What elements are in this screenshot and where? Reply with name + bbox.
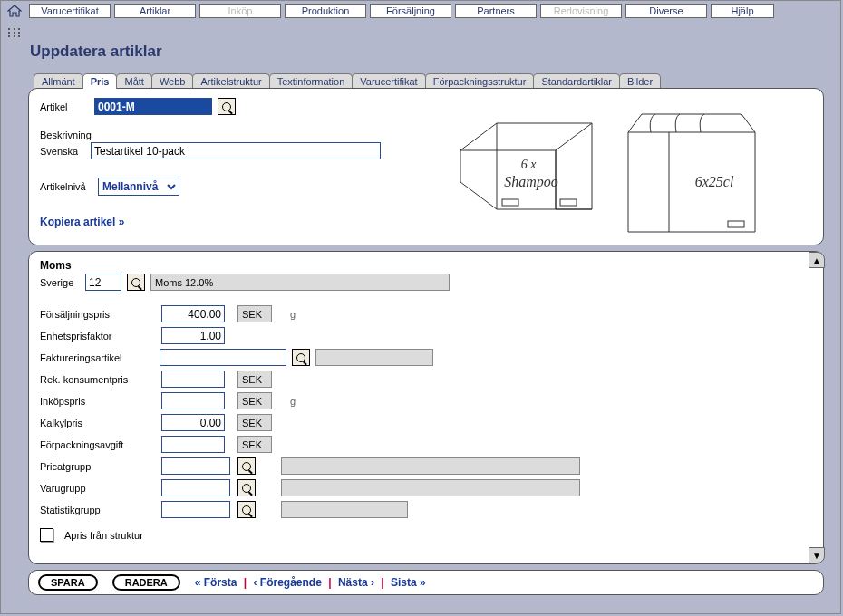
enhetsprisfaktor-label: Enhetsprisfaktor (40, 331, 158, 342)
tab-bar: Allmänt Pris Mått Webb Artikelstruktur T… (34, 73, 837, 89)
apris-checkbox[interactable] (40, 528, 53, 542)
inkop-unit-hint: g (290, 396, 308, 407)
grip-icon[interactable] (8, 28, 20, 37)
forsaljningspris-label: Försäljningspris (40, 309, 158, 320)
nav-prev-link[interactable]: ‹ Föregående (254, 576, 322, 589)
menu-partners[interactable]: Partners (455, 4, 537, 18)
pricat-label: Pricatgrupp (40, 461, 158, 472)
article-illustration: 6 x Shampoo 6x25cl (442, 96, 787, 241)
tab-matt[interactable]: Mått (116, 73, 151, 89)
artikelniva-label: Artikelnivå (40, 181, 92, 192)
menu-hjalp[interactable]: Hjälp (711, 4, 774, 18)
magnifier-icon (242, 484, 251, 493)
moms-section-title: Moms (40, 259, 812, 272)
record-nav: « Första | ‹ Föregående | Nästa › | Sist… (195, 576, 426, 589)
menu-forsaljning[interactable]: Försäljning (370, 4, 451, 18)
tab-textinformation[interactable]: Textinformation (269, 73, 354, 89)
menu-varucertifikat[interactable]: Varucertifikat (29, 4, 111, 18)
kalkyl-input[interactable] (161, 414, 225, 431)
varu-input[interactable] (161, 479, 230, 496)
rek-input[interactable] (161, 371, 225, 388)
magnifier-icon (242, 505, 251, 515)
nav-next-link[interactable]: Nästa › (338, 576, 374, 589)
faktureringsartikel-label: Faktureringsartikel (40, 352, 154, 363)
magnifier-icon (222, 102, 231, 111)
inkop-label: Inköpspris (40, 396, 158, 407)
moms-lookup-button[interactable] (127, 274, 145, 291)
magnifier-icon (242, 462, 251, 471)
tab-forpackningsstruktur[interactable]: Förpackningsstruktur (425, 73, 535, 89)
tab-allmant[interactable]: Allmänt (34, 73, 83, 89)
artikel-label: Artikel (40, 101, 89, 112)
varu-lookup-button[interactable] (237, 479, 256, 496)
stat-label: Statistikgrupp (40, 505, 158, 515)
varu-label: Varugrupp (40, 483, 158, 494)
menu-redovisning: Redovisning (540, 4, 622, 18)
pricat-display (281, 457, 580, 475)
menu-produktion[interactable]: Produktion (285, 4, 366, 18)
delete-button[interactable]: RADERA (112, 574, 180, 591)
enhetsprisfaktor-input[interactable] (161, 327, 225, 344)
left-gutter (3, 4, 25, 37)
nav-first-link[interactable]: « Första (195, 576, 237, 589)
tab-pris[interactable]: Pris (82, 73, 118, 89)
tab-standardartiklar[interactable]: Standardartiklar (533, 73, 620, 89)
rek-currency: SEK (237, 371, 272, 388)
stat-lookup-button[interactable] (237, 501, 256, 518)
nav-last-link[interactable]: Sista » (391, 576, 426, 589)
svenska-input[interactable] (91, 142, 381, 159)
box-text: 6 x (521, 158, 538, 171)
svg-rect-4 (728, 221, 744, 227)
stat-input[interactable] (161, 501, 230, 518)
forpack-currency: SEK (237, 436, 272, 453)
inkop-currency: SEK (237, 392, 272, 409)
forsaljningspris-input[interactable] (161, 305, 225, 322)
rek-label: Rek. konsumentpris (40, 374, 158, 385)
price-panel: ▲ ▼ Moms Sverige Moms 12.0% Försäljnings… (28, 251, 824, 564)
tab-webb[interactable]: Webb (151, 73, 194, 89)
artikelniva-select[interactable]: Mellannivå (98, 178, 179, 196)
inkop-input[interactable] (161, 392, 225, 409)
tab-artikelstruktur[interactable]: Artikelstruktur (192, 73, 269, 89)
kalkyl-label: Kalkylpris (40, 418, 158, 428)
page-body: Uppdatera artiklar Allmänt Pris Mått Web… (28, 26, 837, 595)
app-frame: Varucertifikat Artiklar Inköp Produktion… (0, 0, 841, 614)
artikel-input[interactable] (94, 98, 212, 115)
varu-display (281, 479, 580, 496)
home-icon[interactable] (7, 5, 22, 19)
menu-artiklar[interactable]: Artiklar (114, 4, 196, 18)
moms-display: Moms 12.0% (150, 274, 450, 291)
faktureringsartikel-input[interactable] (160, 349, 286, 366)
faktureringsartikel-lookup-button[interactable] (292, 349, 310, 366)
magnifier-icon (131, 278, 140, 287)
svg-rect-1 (502, 199, 518, 206)
forpack-input[interactable] (161, 436, 225, 453)
kopiera-artikel-link[interactable]: Kopiera artikel » (40, 216, 124, 228)
moms-country-label: Sverige (40, 277, 80, 288)
article-header-panel: Artikel Beskrivning Svenska Artikelnivå … (28, 88, 824, 245)
svg-rect-2 (560, 199, 577, 206)
menu-diverse[interactable]: Diverse (625, 4, 707, 18)
forpack-label: Förpackningsavgift (40, 439, 158, 450)
magnifier-icon (296, 353, 305, 362)
apris-label: Apris från struktur (64, 530, 143, 541)
save-button[interactable]: SPARA (38, 574, 98, 591)
pricat-input[interactable] (161, 457, 230, 475)
page-title: Uppdatera artiklar (30, 43, 835, 61)
pricat-lookup-button[interactable] (237, 457, 256, 475)
tab-bilder[interactable]: Bilder (619, 73, 661, 89)
stat-display (281, 501, 408, 518)
svg-text:6x25cl: 6x25cl (695, 174, 734, 189)
menu-inkop: Inköp (199, 4, 281, 18)
svg-text:Shampoo: Shampoo (504, 174, 558, 190)
scroll-down-button[interactable]: ▼ (809, 547, 825, 563)
main-menu: Varucertifikat Artiklar Inköp Produktion… (25, 4, 774, 18)
artikel-lookup-button[interactable] (218, 98, 236, 115)
action-footer: SPARA RADERA « Första | ‹ Föregående | N… (28, 570, 824, 595)
svenska-label: Svenska (40, 146, 85, 157)
moms-rate-input[interactable] (85, 274, 121, 291)
forsaljningspris-currency: SEK (237, 305, 272, 322)
faktureringsartikel-display (315, 349, 433, 366)
tab-varucertifikat[interactable]: Varucertifikat (352, 73, 425, 89)
scroll-up-button[interactable]: ▲ (809, 252, 825, 268)
